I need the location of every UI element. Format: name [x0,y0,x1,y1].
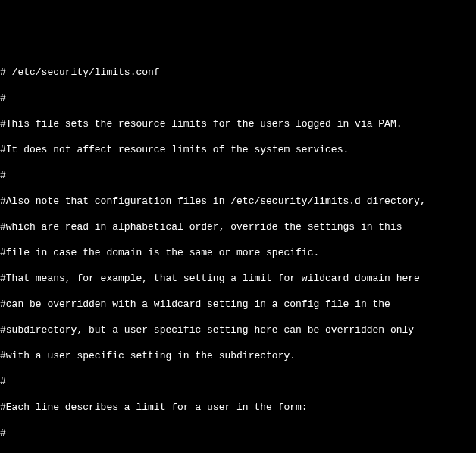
terminal-output: # /etc/security/limits.conf # #This file… [0,53,476,453]
file-line: #which are read in alphabetical order, o… [0,220,476,233]
file-line: #subdirectory, but a user specific setti… [0,323,476,336]
file-line: # [0,426,476,439]
file-line: # [0,169,476,182]
file-line: # /etc/security/limits.conf [0,66,476,79]
file-line: #This file sets the resource limits for … [0,117,476,130]
file-line: #Also note that configuration files in /… [0,195,476,208]
file-line: # [0,92,476,105]
file-line: # [0,375,476,388]
file-line: #file in case the domain is the same or … [0,246,476,259]
file-line: #Each line describes a limit for a user … [0,401,476,414]
file-line: #with a user specific setting in the sub… [0,349,476,362]
file-line: #That means, for example, that setting a… [0,272,476,285]
file-line: #It does not affect resource limits of t… [0,143,476,156]
file-line: #can be overridden with a wildcard setti… [0,298,476,311]
